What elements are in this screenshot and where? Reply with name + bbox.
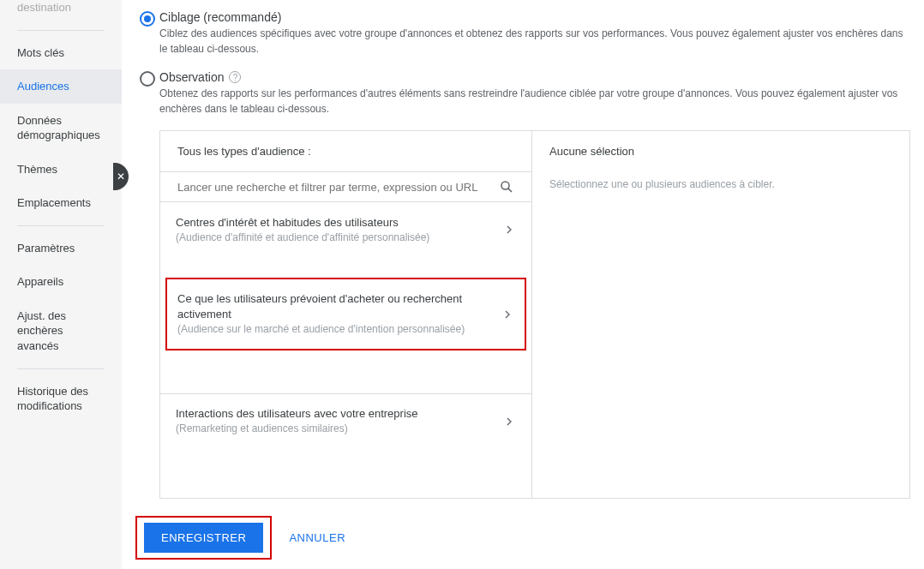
category-sub: (Audience sur le marché et audience d'in… xyxy=(177,322,501,337)
divider xyxy=(17,368,105,369)
save-button[interactable]: ENREGISTRER xyxy=(144,523,263,553)
category-title: Ce que les utilisateurs prévoient d'ache… xyxy=(177,291,501,322)
selection-header: Aucune sélection xyxy=(549,145,892,158)
sidebar-item-settings[interactable]: Paramètres xyxy=(0,231,122,266)
chevron-right-icon xyxy=(502,223,516,237)
option-observation-desc: Obtenez des rapports sur les performance… xyxy=(159,86,910,117)
option-observation-title: Observation ? xyxy=(159,70,910,84)
sidebar-item-change-history[interactable]: Historique des modifications xyxy=(0,374,122,423)
divider xyxy=(17,30,105,31)
selection-panel: Aucune sélection Sélectionnez une ou plu… xyxy=(532,131,909,498)
category-affinity[interactable]: Centres d'intérêt et habitudes des utili… xyxy=(160,202,531,257)
option-targeting-desc: Ciblez des audiences spécifiques avec vo… xyxy=(159,26,910,57)
sidebar-item-audiences[interactable]: Audiences xyxy=(0,69,122,104)
chevron-right-icon xyxy=(502,415,516,428)
category-title: Centres d'intérêt et habitudes des utili… xyxy=(176,215,502,231)
sidebar-item-destination[interactable]: destination xyxy=(0,0,122,25)
svg-line-1 xyxy=(508,189,512,192)
help-icon[interactable]: ? xyxy=(229,71,241,83)
option-targeting-title: Ciblage (recommandé) xyxy=(159,10,910,24)
option-observation[interactable]: Observation ? Obtenez des rapports sur l… xyxy=(135,70,910,117)
save-highlight: ENREGISTRER xyxy=(135,516,272,560)
category-sub: (Remarketing et audiences similaires) xyxy=(176,422,502,436)
chevron-right-icon xyxy=(501,308,514,321)
sidebar-item-placements[interactable]: Emplacements xyxy=(0,186,122,220)
search-icon[interactable] xyxy=(499,179,514,195)
sidebar-item-bid-adjust[interactable]: Ajust. des enchères avancés xyxy=(0,299,122,363)
category-sub: (Audience d'affinité et audience d'affin… xyxy=(176,231,502,245)
divider xyxy=(17,225,105,226)
radio-observation[interactable] xyxy=(140,71,155,87)
collapse-tab-icon[interactable]: ✕ xyxy=(113,163,129,190)
radio-targeting[interactable] xyxy=(140,11,155,27)
category-list: Centres d'intérêt et habitudes des utili… xyxy=(160,202,531,448)
option-targeting[interactable]: Ciblage (recommandé) Ciblez des audience… xyxy=(135,10,910,57)
svg-point-0 xyxy=(501,182,509,189)
sidebar: destination Mots clés Audiences Données … xyxy=(0,0,122,569)
sidebar-item-keywords[interactable]: Mots clés xyxy=(0,36,122,70)
category-remarketing[interactable]: Interactions des utilisateurs avec votre… xyxy=(160,393,531,448)
audience-type-panel: Tous les types d'audience : Centres d'in… xyxy=(160,131,532,498)
audience-type-header: Tous les types d'audience : xyxy=(160,131,531,172)
cancel-button[interactable]: ANNULER xyxy=(282,523,352,553)
category-in-market[interactable]: Ce que les utilisateurs prévoient d'ache… xyxy=(165,278,526,350)
search-row xyxy=(160,172,531,202)
main-content: ✕ Ciblage (recommandé) Ciblez des audien… xyxy=(122,0,924,569)
audience-panel: Tous les types d'audience : Centres d'in… xyxy=(159,130,910,499)
option-observation-title-text: Observation xyxy=(159,70,224,84)
action-bar: ENREGISTRER ANNULER xyxy=(135,516,910,560)
sidebar-item-demographics[interactable]: Données démographiques xyxy=(0,104,122,153)
selection-hint: Sélectionnez une ou plusieurs audiences … xyxy=(549,178,892,190)
category-title: Interactions des utilisateurs avec votre… xyxy=(176,406,502,422)
sidebar-item-devices[interactable]: Appareils xyxy=(0,265,122,299)
search-input[interactable] xyxy=(177,181,499,194)
sidebar-item-themes[interactable]: Thèmes xyxy=(0,153,122,187)
